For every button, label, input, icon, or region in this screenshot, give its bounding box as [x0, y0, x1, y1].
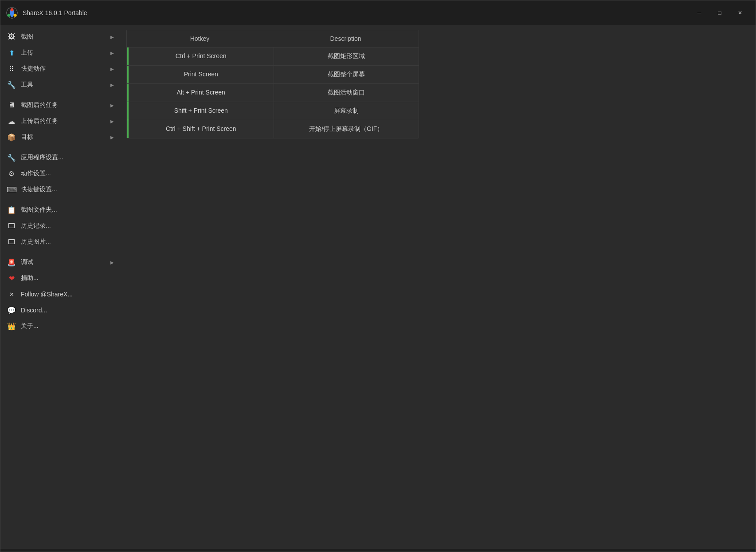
sidebar-label-imagehistory: 历史图片... [21, 238, 114, 246]
sidebar-item-afterupload[interactable]: ☁ 上传后的任务 ▶ [0, 113, 120, 129]
hotkeysettings-icon: ⌨ [7, 185, 16, 194]
sidebar-label-capturefolder: 截图文件夹... [21, 206, 114, 214]
sidebar-label-afterupload: 上传后的任务 [21, 117, 110, 125]
separator-1 [0, 93, 120, 97]
sidebar-label-actionsettings: 动作设置... [21, 170, 114, 177]
appsettings-icon: 🔧 [7, 153, 16, 162]
sidebar-item-tools[interactable]: 🔧 工具 ▶ [0, 77, 120, 93]
hotkey-table: Hotkey Description Ctrl + Print Screen 截… [126, 30, 419, 138]
window-controls: ─ □ ✕ [689, 5, 750, 21]
sidebar-label-quickactions: 快捷动作 [21, 65, 110, 73]
description-cell-4: 屏幕录制 [274, 102, 419, 120]
maximize-button[interactable]: □ [709, 5, 730, 21]
sidebar-label-follow: Follow @ShareX... [21, 291, 114, 298]
sidebar: 🖼 截图 ▶ ⬆ 上传 ▶ ⠿ 快捷动作 ▶ 🔧 工具 ▶ [0, 25, 120, 549]
capturefolder-icon: 📋 [7, 205, 16, 215]
description-cell-1: 截图矩形区域 [274, 47, 419, 65]
titlebar: ShareX 16.0.1 Portable ─ □ ✕ [0, 0, 756, 25]
history-icon: 🗖 [7, 221, 16, 231]
imagehistory-icon: 🗖 [7, 237, 16, 247]
sidebar-label-debug: 调试 [21, 258, 110, 266]
sidebar-label-about: 关于... [21, 322, 114, 330]
description-cell-5: 开始/停止屏幕录制（GIF） [274, 120, 419, 138]
minimize-button[interactable]: ─ [689, 5, 709, 21]
table-header: Hotkey Description [127, 30, 419, 47]
svg-point-1 [11, 8, 14, 12]
sidebar-item-imagehistory[interactable]: 🗖 历史图片... [0, 234, 120, 250]
header-description: Description [273, 30, 419, 47]
upload-arrow-icon: ▶ [110, 51, 114, 55]
sidebar-item-debug[interactable]: 🚨 调试 ▶ [0, 254, 120, 270]
hotkey-cell-3: Alt + Print Screen [129, 84, 274, 102]
main-window: ShareX 16.0.1 Portable ─ □ ✕ 🖼 截图 ▶ ⬆ 上传… [0, 0, 756, 552]
sidebar-item-quickactions[interactable]: ⠿ 快捷动作 ▶ [0, 61, 120, 77]
sidebar-label-history: 历史记录... [21, 222, 114, 230]
sidebar-label-hotkeysettings: 快捷键设置... [21, 185, 114, 193]
about-icon: 👑 [7, 321, 16, 331]
quickactions-arrow-icon: ▶ [110, 67, 114, 71]
hotkey-cell-5: Ctrl + Shift + Print Screen [129, 120, 274, 138]
upload-icon: ⬆ [7, 48, 16, 58]
donate-icon: ❤ [7, 273, 16, 283]
table-row[interactable]: Alt + Print Screen 截图活动窗口 [127, 84, 419, 102]
hotkey-cell-4: Shift + Print Screen [129, 102, 274, 120]
table-row[interactable]: Print Screen 截图整个屏幕 [127, 66, 419, 84]
sidebar-item-history[interactable]: 🗖 历史记录... [0, 218, 120, 234]
debug-arrow-icon: ▶ [110, 260, 114, 265]
sidebar-item-capture[interactable]: 🖼 截图 ▶ [0, 29, 120, 45]
debug-icon: 🚨 [7, 257, 16, 267]
close-button[interactable]: ✕ [730, 5, 750, 21]
follow-icon: ✕ [7, 289, 16, 299]
main-content: 🖼 截图 ▶ ⬆ 上传 ▶ ⠿ 快捷动作 ▶ 🔧 工具 ▶ [0, 25, 756, 549]
sidebar-item-about[interactable]: 👑 关于... [0, 318, 120, 334]
discord-icon: 💬 [7, 305, 16, 315]
sidebar-label-donate: 捐助... [21, 274, 114, 282]
capture-icon: 🖼 [7, 32, 16, 42]
hotkey-cell-1: Ctrl + Print Screen [129, 47, 274, 65]
hotkey-cell-2: Print Screen [129, 66, 274, 83]
separator-3 [0, 197, 120, 202]
sidebar-label-aftercapture: 截图后的任务 [21, 101, 110, 109]
sidebar-label-target: 目标 [21, 133, 110, 141]
app-logo [6, 7, 18, 19]
app-title: ShareX 16.0.1 Portable [23, 9, 689, 16]
sidebar-item-target[interactable]: 📦 目标 ▶ [0, 129, 120, 145]
target-arrow-icon: ▶ [110, 135, 114, 140]
aftercapture-arrow-icon: ▶ [110, 103, 114, 108]
sidebar-label-capture: 截图 [21, 33, 110, 41]
sidebar-label-tools: 工具 [21, 81, 110, 89]
afterupload-arrow-icon: ▶ [110, 119, 114, 124]
sidebar-item-capturefolder[interactable]: 📋 截图文件夹... [0, 202, 120, 218]
description-cell-2: 截图整个屏幕 [274, 66, 419, 83]
capture-arrow-icon: ▶ [110, 35, 114, 39]
tools-icon: 🔧 [7, 80, 16, 90]
sidebar-item-hotkeysettings[interactable]: ⌨ 快捷键设置... [0, 181, 120, 197]
target-icon: 📦 [7, 132, 16, 142]
sidebar-item-discord[interactable]: 💬 Discord... [0, 302, 120, 318]
sidebar-item-aftercapture[interactable]: 🖥 截图后的任务 ▶ [0, 97, 120, 113]
sidebar-item-follow[interactable]: ✕ Follow @ShareX... [0, 286, 120, 302]
sidebar-item-upload[interactable]: ⬆ 上传 ▶ [0, 45, 120, 61]
actionsettings-icon: ⚙ [7, 169, 16, 178]
sidebar-item-appsettings[interactable]: 🔧 应用程序设置... [0, 150, 120, 166]
table-row[interactable]: Ctrl + Shift + Print Screen 开始/停止屏幕录制（GI… [127, 120, 419, 138]
header-hotkey: Hotkey [127, 30, 273, 47]
sidebar-label-discord: Discord... [21, 307, 114, 314]
quickactions-icon: ⠿ [7, 64, 16, 74]
separator-2 [0, 145, 120, 150]
window-bottom-border [0, 549, 756, 552]
table-area: Hotkey Description Ctrl + Print Screen 截… [120, 25, 756, 549]
aftercapture-icon: 🖥 [7, 100, 16, 110]
sidebar-item-actionsettings[interactable]: ⚙ 动作设置... [0, 166, 120, 181]
tools-arrow-icon: ▶ [110, 83, 114, 87]
description-cell-3: 截图活动窗口 [274, 84, 419, 102]
sidebar-item-donate[interactable]: ❤ 捐助... [0, 270, 120, 286]
separator-4 [0, 250, 120, 254]
sidebar-label-appsettings: 应用程序设置... [21, 154, 114, 162]
afterupload-icon: ☁ [7, 116, 16, 126]
svg-point-2 [14, 14, 17, 17]
table-row[interactable]: Ctrl + Print Screen 截图矩形区域 [127, 47, 419, 66]
svg-point-3 [8, 14, 11, 17]
table-row[interactable]: Shift + Print Screen 屏幕录制 [127, 102, 419, 120]
sidebar-label-upload: 上传 [21, 49, 110, 57]
